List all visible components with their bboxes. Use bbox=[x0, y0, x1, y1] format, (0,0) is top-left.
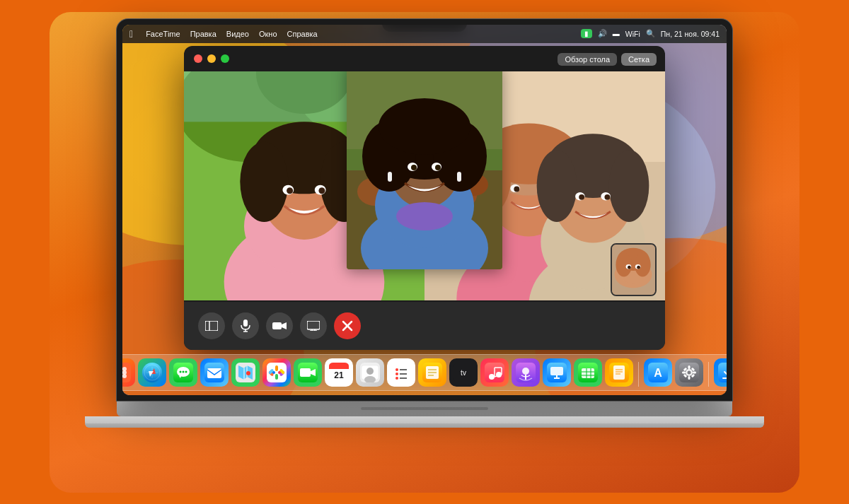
dock-icon-appstore[interactable]: A bbox=[644, 358, 672, 387]
dock-icon-downloads[interactable] bbox=[714, 358, 727, 387]
calendar-icon: 21 bbox=[329, 363, 349, 382]
svg-point-78 bbox=[637, 265, 640, 269]
maximize-button[interactable] bbox=[221, 54, 229, 63]
dock-icon-messages[interactable] bbox=[169, 358, 197, 387]
svg-rect-130 bbox=[300, 368, 311, 377]
safari-icon bbox=[142, 363, 162, 382]
menubar-left:  FaceTime Правка Видео Окно Справка bbox=[129, 28, 318, 40]
sidebar-toggle-button[interactable] bbox=[198, 312, 225, 339]
menubar:  FaceTime Правка Видео Окно Справка ▮ 🔊… bbox=[122, 25, 727, 43]
desk-view-button[interactable]: Обзор стола bbox=[558, 53, 617, 66]
svg-point-46 bbox=[604, 194, 610, 199]
dock-icon-launchpad[interactable] bbox=[122, 358, 135, 387]
appletv-icon: tv bbox=[454, 363, 473, 382]
photos-icon bbox=[267, 363, 287, 382]
svg-point-137 bbox=[366, 368, 374, 375]
end-call-icon bbox=[342, 320, 353, 332]
camera-button[interactable] bbox=[266, 312, 293, 339]
dock-icon-notes[interactable] bbox=[418, 358, 446, 387]
svg-point-119 bbox=[246, 371, 250, 375]
menubar-app-name[interactable]: FaceTime bbox=[146, 30, 180, 38]
screen-chin bbox=[117, 401, 732, 416]
dock-icon-photos[interactable] bbox=[262, 358, 291, 387]
svg-point-140 bbox=[395, 368, 398, 371]
menubar-right: ▮ 🔊 ▬ WiFi 🔍 Пн, 21 ноя. 09:41 bbox=[581, 29, 720, 38]
svg-point-42 bbox=[609, 150, 649, 222]
video-area bbox=[184, 71, 665, 300]
menubar-video[interactable]: Видео bbox=[226, 30, 249, 38]
messages-icon bbox=[173, 363, 193, 382]
svg-point-182 bbox=[688, 370, 691, 374]
dock-icon-pages[interactable] bbox=[605, 358, 633, 387]
dock-icon-mail[interactable] bbox=[200, 358, 229, 387]
svg-point-115 bbox=[185, 370, 187, 373]
svg-rect-62 bbox=[388, 172, 392, 182]
self-view-video bbox=[612, 245, 655, 295]
svg-rect-174 bbox=[613, 365, 625, 380]
svg-point-113 bbox=[180, 370, 182, 373]
grid-view-button[interactable]: Сетка bbox=[621, 53, 657, 66]
svg-rect-81 bbox=[243, 320, 248, 327]
numbers-icon bbox=[578, 363, 598, 382]
chin-hinge-strip bbox=[361, 407, 488, 410]
dock-icon-settings[interactable] bbox=[675, 358, 703, 387]
dock: 21 bbox=[122, 354, 727, 391]
mic-button[interactable] bbox=[232, 312, 259, 339]
svg-point-23 bbox=[318, 187, 325, 194]
dock-icon-calendar[interactable]: 21 bbox=[325, 358, 353, 387]
menubar-pravka[interactable]: Правка bbox=[190, 30, 216, 38]
svg-rect-121 bbox=[275, 365, 278, 371]
contacts-icon bbox=[360, 363, 380, 382]
reminders-icon bbox=[391, 363, 411, 382]
svg-point-41 bbox=[537, 150, 577, 222]
dock-icon-safari[interactable] bbox=[138, 358, 166, 387]
volume-icon[interactable]: 🔊 bbox=[598, 29, 607, 38]
svg-text:tv: tv bbox=[461, 369, 466, 377]
svg-point-35 bbox=[514, 186, 519, 192]
svg-rect-63 bbox=[457, 172, 461, 182]
close-button[interactable] bbox=[194, 54, 202, 63]
menubar-window[interactable]: Окно bbox=[259, 30, 277, 38]
dock-icon-facetime[interactable] bbox=[294, 358, 322, 387]
facetime-active-icon: ▮ bbox=[581, 29, 592, 38]
svg-rect-183 bbox=[688, 365, 691, 369]
maps-icon bbox=[236, 363, 255, 382]
dock-icon-numbers[interactable] bbox=[574, 358, 602, 387]
svg-rect-117 bbox=[207, 368, 221, 378]
downloads-icon bbox=[718, 363, 727, 382]
dock-icon-music[interactable] bbox=[480, 358, 509, 387]
svg-rect-79 bbox=[205, 321, 218, 331]
dock-icon-podcasts[interactable] bbox=[512, 358, 540, 387]
notes-icon bbox=[422, 363, 442, 382]
screen-share-button[interactable] bbox=[300, 312, 327, 339]
svg-point-154 bbox=[489, 374, 495, 380]
dock-icon-maps[interactable] bbox=[231, 358, 260, 387]
self-view-thumbnail bbox=[611, 243, 657, 296]
laptop-base bbox=[85, 416, 764, 428]
svg-point-68 bbox=[396, 202, 453, 230]
sidebar-icon bbox=[205, 321, 218, 331]
minimize-button[interactable] bbox=[207, 54, 216, 63]
settings-icon bbox=[679, 363, 699, 382]
dock-icon-reminders[interactable] bbox=[387, 358, 415, 387]
dock-separator bbox=[638, 362, 639, 387]
apple-logo-icon[interactable]:  bbox=[129, 28, 133, 40]
facetime-window: Обзор стола Сетка bbox=[184, 46, 665, 350]
appstore-icon: A bbox=[648, 363, 668, 382]
dock-icon-keynote[interactable] bbox=[543, 358, 571, 387]
svg-rect-133 bbox=[329, 366, 349, 369]
svg-rect-184 bbox=[688, 376, 691, 380]
facetime-dock-icon bbox=[298, 363, 318, 382]
dock-icon-appletv[interactable]: tv bbox=[449, 358, 478, 387]
end-call-button[interactable] bbox=[334, 312, 361, 339]
menubar-help[interactable]: Справка bbox=[287, 30, 318, 38]
macbook:  FaceTime Правка Видео Окно Справка ▮ 🔊… bbox=[106, 12, 743, 428]
dock-icon-contacts[interactable] bbox=[356, 358, 384, 387]
music-icon bbox=[485, 363, 504, 382]
wifi-icon[interactable]: WiFi bbox=[625, 30, 640, 38]
datetime-display: Пн, 21 ноя. 09:41 bbox=[661, 30, 720, 38]
search-icon[interactable]: 🔍 bbox=[646, 29, 655, 38]
svg-text:A: A bbox=[654, 367, 662, 379]
participant-center-video bbox=[347, 71, 502, 269]
pages-icon bbox=[609, 363, 629, 382]
